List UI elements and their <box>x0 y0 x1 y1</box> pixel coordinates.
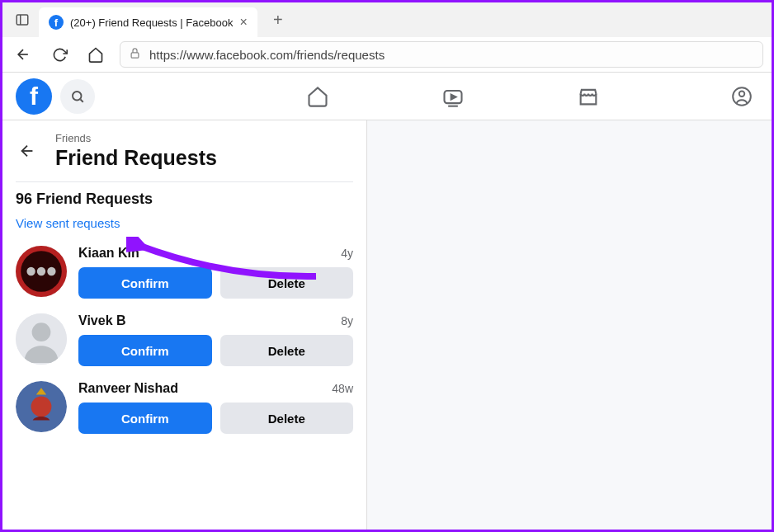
browser-tab[interactable]: f (20+) Friend Requests | Facebook × <box>39 7 257 37</box>
svg-point-17 <box>31 397 52 417</box>
svg-point-13 <box>47 267 55 275</box>
browser-chrome: f (20+) Friend Requests | Facebook × + h… <box>2 2 772 73</box>
close-tab-icon[interactable]: × <box>239 15 247 30</box>
confirm-button[interactable]: Confirm <box>78 403 212 434</box>
main-area <box>367 120 772 530</box>
page-title: Friend Requests <box>55 146 217 170</box>
sidebar: Friends Friend Requests 96 Friend Reques… <box>2 120 367 530</box>
tab-title: (20+) Friend Requests | Facebook <box>70 16 233 29</box>
svg-point-8 <box>739 91 745 97</box>
request-item[interactable]: Ranveer Nishad 48w Confirm Delete <box>16 381 353 434</box>
facebook-favicon: f <box>49 15 64 30</box>
svg-rect-2 <box>131 52 139 57</box>
refresh-icon[interactable] <box>47 42 72 67</box>
fb-header: f <box>2 73 772 120</box>
delete-button[interactable]: Delete <box>220 267 354 299</box>
avatar[interactable] <box>16 381 67 432</box>
delete-button[interactable]: Delete <box>220 403 354 434</box>
breadcrumb: Friends <box>55 132 217 144</box>
lock-icon <box>129 47 141 63</box>
request-time: 4y <box>341 247 353 260</box>
url-text: https://www.facebook.com/friends/request… <box>149 48 385 62</box>
requests-count: 96 Friend Requests <box>16 191 353 208</box>
back-icon[interactable] <box>11 42 35 67</box>
confirm-button[interactable]: Confirm <box>78 267 212 299</box>
tabs-row: f (20+) Friend Requests | Facebook × + <box>2 2 772 37</box>
content: Friends Friend Requests 96 Friend Reques… <box>2 120 772 530</box>
search-button[interactable] <box>60 79 95 114</box>
address-row: https://www.facebook.com/friends/request… <box>2 37 772 72</box>
divider <box>16 181 353 182</box>
svg-point-12 <box>37 267 45 275</box>
account-icon[interactable] <box>725 80 758 113</box>
request-time: 8y <box>341 314 353 327</box>
request-name: Vivek B <box>78 313 126 328</box>
nav-watch-icon[interactable] <box>435 78 471 115</box>
request-item[interactable]: Kiaan Kin 4y Confirm Delete <box>16 246 353 299</box>
svg-rect-0 <box>17 15 28 25</box>
request-name: Ranveer Nishad <box>78 381 178 396</box>
requests-list: Kiaan Kin 4y Confirm Delete Vivek B <box>16 246 353 434</box>
home-icon[interactable] <box>83 42 108 67</box>
view-sent-requests-link[interactable]: View sent requests <box>16 216 120 230</box>
svg-point-3 <box>73 92 82 101</box>
request-name: Kiaan Kin <box>78 246 139 261</box>
back-button[interactable] <box>16 142 39 160</box>
fb-nav <box>300 78 606 115</box>
request-time: 48w <box>332 382 353 395</box>
url-bar[interactable]: https://www.facebook.com/friends/request… <box>120 41 763 68</box>
request-item[interactable]: Vivek B 8y Confirm Delete <box>16 313 353 366</box>
facebook-logo[interactable]: f <box>16 78 52 115</box>
nav-marketplace-icon[interactable] <box>570 78 606 115</box>
avatar[interactable] <box>16 313 67 365</box>
confirm-button[interactable]: Confirm <box>78 335 212 366</box>
delete-button[interactable]: Delete <box>220 335 354 366</box>
svg-line-4 <box>80 99 83 101</box>
svg-point-11 <box>26 267 35 275</box>
avatar[interactable] <box>16 246 67 297</box>
sidebar-toggle-icon[interactable] <box>9 7 35 33</box>
svg-point-15 <box>32 322 51 341</box>
new-tab-button[interactable]: + <box>266 11 290 30</box>
nav-home-icon[interactable] <box>300 78 336 115</box>
